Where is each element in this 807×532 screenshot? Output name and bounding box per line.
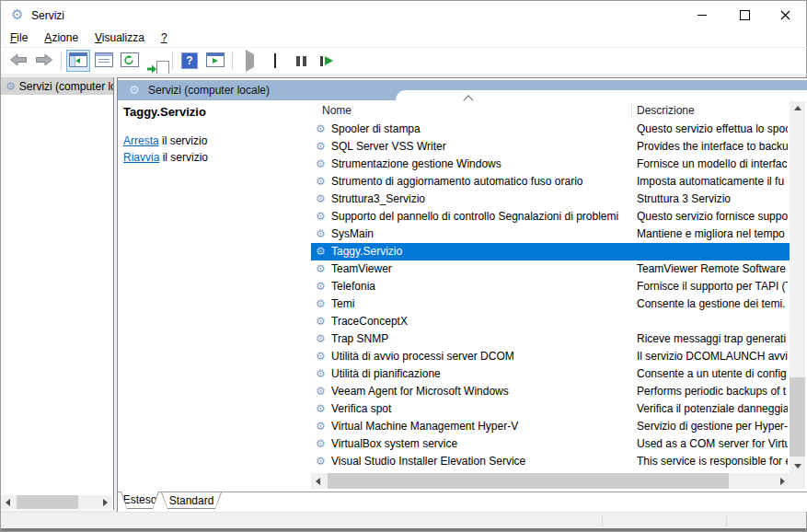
service-desc-cell: Mantiene e migliora nel tempo: [637, 227, 788, 240]
refresh-button[interactable]: [118, 50, 142, 72]
table-row[interactable]: ⚙Utilità di avvio processi server DCOMIl…: [311, 348, 790, 365]
table-row[interactable]: ⚙Trap SNMPRiceve messaggi trap generati: [311, 330, 790, 348]
tab-esteso[interactable]: Esteso: [121, 492, 159, 509]
menu-help[interactable]: ?: [153, 29, 176, 47]
window-title: Servizi: [31, 9, 64, 22]
service-gear-icon: ⚙: [316, 280, 326, 293]
table-row[interactable]: ⚙Virtual Machine Management Hyper-VServi…: [311, 418, 790, 435]
menu-azione[interactable]: Azione: [36, 29, 86, 47]
menu-file[interactable]: File: [2, 29, 36, 47]
help-button[interactable]: ?: [178, 50, 202, 72]
forward-arrow-button[interactable]: [32, 50, 56, 72]
scroll-left-arrow[interactable]: [311, 474, 325, 488]
service-gear-icon: ⚙: [316, 192, 326, 205]
table-row[interactable]: ⚙Strumentazione gestione WindowsFornisce…: [311, 156, 790, 173]
menu-visualizza[interactable]: Visualizza: [86, 29, 153, 47]
service-desc-cell: Provides the interface to backu: [637, 140, 788, 153]
service-gear-icon: ⚙: [316, 402, 326, 415]
sidebar-item-label: Servizi (computer locale): [19, 80, 113, 93]
service-desc-cell: Imposta automaticamente il fu: [637, 175, 788, 188]
sidebar-item-servizi[interactable]: ⚙ Servizi (computer locale): [1, 77, 113, 95]
table-row[interactable]: ⚙TeamViewerTeamViewer Remote Software: [311, 260, 790, 278]
table-row[interactable]: ⚙SQL Server VSS WriterProvides the inter…: [311, 138, 790, 156]
scroll-down-arrow[interactable]: [790, 459, 804, 473]
table-row[interactable]: ⚙Struttura3_ServizioStruttura 3 Servizio: [311, 191, 790, 208]
stop-service-button[interactable]: [263, 50, 287, 72]
restart-service-icon: [320, 56, 333, 66]
service-desc-cell: Fornisce il supporto per TAPI (T: [637, 280, 788, 293]
riavvia-service-link[interactable]: Riavvia: [123, 151, 159, 164]
toolbar: ?: [1, 48, 807, 75]
back-arrow-button[interactable]: [6, 50, 30, 72]
service-desc-cell: Questo servizio effettua lo spoo: [637, 122, 788, 135]
table-row[interactable]: ⚙Spooler di stampaQuesto servizio effett…: [311, 121, 790, 138]
column-divider[interactable]: [631, 103, 632, 119]
table-row[interactable]: ⚙Utilità di pianificazioneConsente a un …: [311, 365, 790, 383]
table-row[interactable]: ⚙TraceConceptX: [311, 313, 790, 330]
tab-standard[interactable]: Standard: [161, 492, 222, 509]
service-name-cell: VirtualBox system service: [331, 437, 457, 450]
console-tree-panel: ⚙ Servizi (computer locale): [1, 77, 114, 510]
list-vertical-scrollbar[interactable]: [790, 101, 805, 473]
table-row[interactable]: ⚙Supporto del pannello di controllo Segn…: [311, 208, 790, 226]
sidebar-horizontal-scrollbar[interactable]: [1, 495, 112, 509]
service-name-cell: Temi: [331, 297, 354, 310]
service-gear-icon: ⚙: [316, 437, 326, 450]
service-gear-icon: ⚙: [316, 140, 326, 153]
service-name-cell: TraceConceptX: [331, 315, 408, 328]
service-action-line: Arresta il servizio: [123, 134, 207, 147]
panel-title: Servizi (computer locale): [148, 84, 270, 97]
status-bar: [1, 512, 806, 529]
title-bar: ⚙ Servizi: [1, 1, 806, 29]
scroll-up-arrow[interactable]: [790, 101, 804, 115]
table-row[interactable]: ⚙TemiConsente la gestione dei temi.: [311, 295, 790, 313]
restart-service-button[interactable]: [315, 50, 339, 72]
maximize-button[interactable]: [723, 1, 766, 29]
export-list-button[interactable]: [144, 50, 167, 72]
table-row[interactable]: ⚙Strumento di aggiornamento automatico f…: [311, 173, 790, 191]
forward-arrow-icon: [35, 53, 53, 69]
table-row[interactable]: ⚙TelefoniaFornisce il supporto per TAPI …: [311, 278, 790, 295]
service-list: ⚙Spooler di stampaQuesto servizio effett…: [311, 121, 790, 470]
scroll-right-arrow[interactable]: [776, 474, 790, 488]
service-name-cell: Supporto del pannello di controllo Segna…: [331, 210, 618, 223]
minimize-button[interactable]: [681, 1, 723, 29]
table-row[interactable]: ⚙Verifica spotVerifica il potenziale dan…: [311, 400, 790, 418]
service-desc-cell: TeamViewer Remote Software: [637, 262, 788, 275]
scroll-right-arrow[interactable]: [98, 495, 112, 509]
table-row[interactable]: ⚙Taggy.Servizio: [311, 243, 790, 260]
scrollbar-thumb[interactable]: [17, 495, 78, 509]
scroll-left-arrow[interactable]: [1, 495, 15, 509]
service-gear-icon: ⚙: [316, 420, 326, 433]
start-service-button[interactable]: [237, 50, 261, 72]
refresh-icon: [121, 52, 139, 70]
scrollbar-thumb[interactable]: [790, 377, 805, 457]
column-header-nome[interactable]: Nome: [322, 104, 352, 117]
table-row[interactable]: ⚙SysMainMantiene e migliora nel tempo: [311, 226, 790, 243]
service-gear-icon: ⚙: [316, 175, 326, 188]
services-gear-icon: ⚙: [11, 6, 23, 23]
properties-window-button[interactable]: [92, 50, 116, 72]
show-console-tree-button[interactable]: [66, 50, 90, 72]
table-row[interactable]: ⚙Veeam Agent for Microsoft WindowsPerfor…: [311, 383, 790, 400]
arresta-service-link[interactable]: Arresta: [123, 134, 159, 147]
close-button[interactable]: [764, 1, 806, 29]
panel-header-rounded-corner: [396, 90, 807, 100]
table-row[interactable]: ⚙Visual Studio Installer Elevation Servi…: [311, 453, 790, 470]
service-name-cell: Verifica spot: [331, 402, 391, 415]
toolbar-separator: [232, 52, 233, 70]
show-action-pane-button[interactable]: [203, 50, 227, 72]
column-header-descrizione[interactable]: Descrizione: [637, 104, 695, 117]
service-action-line: Riavvia il servizio: [123, 151, 208, 164]
service-name-cell: Strumento di aggiornamento automatico fu…: [331, 175, 583, 188]
show-action-pane-icon: [206, 52, 225, 70]
stop-service-icon: [274, 54, 276, 67]
service-gear-icon: ⚙: [316, 297, 326, 310]
list-horizontal-scrollbar[interactable]: [311, 473, 790, 489]
toolbar-separator: [61, 52, 62, 70]
table-row[interactable]: ⚙VirtualBox system serviceUsed as a COM …: [311, 435, 790, 453]
back-arrow-icon: [9, 53, 28, 69]
pause-service-button[interactable]: [289, 50, 313, 72]
service-name-cell: Veeam Agent for Microsoft Windows: [331, 385, 509, 398]
scrollbar-thumb[interactable]: [328, 473, 729, 489]
